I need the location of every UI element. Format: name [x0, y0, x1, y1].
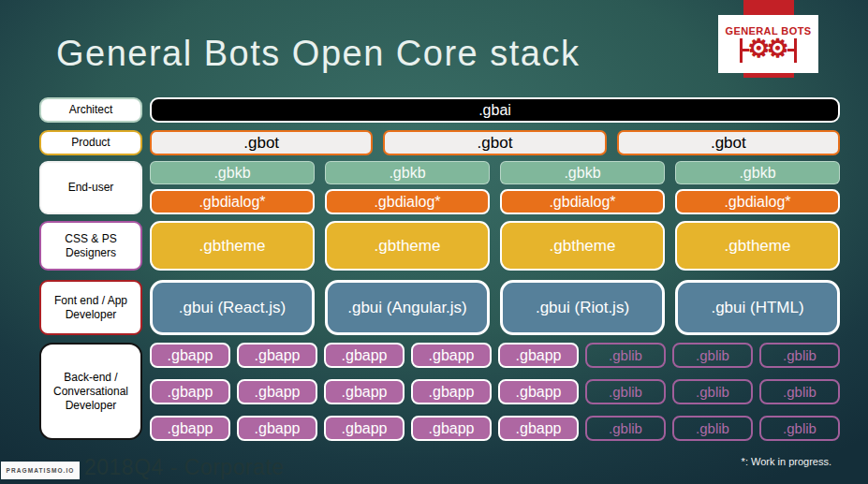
row-label-product: Product: [39, 130, 142, 155]
gbapp-box: .gbapp: [237, 343, 317, 368]
gear-bar-right: [794, 38, 797, 63]
gbdialog-row: .gbdialog* .gbdialog* .gbdialog* .gbdial…: [150, 189, 840, 214]
gbapp-box: .gbapp: [411, 379, 492, 404]
gear-icon: ⚙: [767, 37, 789, 62]
gbot-box: .gbot: [617, 130, 840, 155]
general-bots-logo: GENERAL BOTS ⚙ ⚙: [718, 15, 818, 73]
gbtheme-box: .gbtheme: [325, 221, 490, 271]
row-label-architect: Architect: [39, 97, 142, 123]
backend-row: .gbapp .gbapp .gbapp .gbapp .gbapp .gbli…: [150, 416, 840, 441]
gbapp-box: .gbapp: [411, 343, 492, 368]
row-label-end-user: End-user: [39, 161, 142, 214]
gbkb-row: .gbkb .gbkb .gbkb .gbkb: [150, 161, 840, 184]
gbui-box: .gbui (Riot.js): [500, 280, 665, 335]
gblib-box: .gblib: [759, 343, 840, 368]
row-label-backend: Back-end / Conversational Developer: [39, 343, 142, 440]
gbui-box: .gbui (HTML): [675, 280, 840, 335]
gbapp-box: .gbapp: [150, 343, 230, 368]
gbtheme-box: .gbtheme: [675, 221, 840, 271]
gbot-box: .gbot: [150, 130, 373, 155]
gblib-box: .gblib: [585, 379, 666, 404]
gbapp-box: .gbapp: [498, 343, 579, 368]
gbdialog-box: .gbdialog*: [500, 189, 665, 214]
gblib-box: .gblib: [585, 416, 666, 441]
backend-row: .gbapp .gbapp .gbapp .gbapp .gbapp .gbli…: [150, 379, 840, 404]
gblib-box: .gblib: [672, 379, 753, 404]
gbkb-box: .gbkb: [150, 161, 315, 184]
gbot-row: .gbot .gbot .gbot: [150, 130, 840, 155]
gbdialog-box: .gbdialog*: [325, 189, 490, 214]
page-title: General Bots Open Core stack: [56, 34, 580, 74]
gbapp-box: .gbapp: [411, 416, 492, 441]
gbtheme-box: .gbtheme: [150, 221, 315, 271]
gbapp-box: .gbapp: [324, 343, 405, 368]
gbot-box: .gbot: [383, 130, 606, 155]
gbui-box: .gbui (Angular.js): [325, 280, 490, 335]
gblib-box: .gblib: [672, 416, 753, 441]
gblib-box: .gblib: [759, 416, 840, 441]
gbkb-box: .gbkb: [325, 161, 490, 184]
row-label-frontend: Font end / App Developer: [39, 280, 142, 335]
gbtheme-row: .gbtheme .gbtheme .gbtheme .gbtheme: [150, 221, 840, 271]
pragmatismo-brand-badge: PRAGMATISMO.IO: [1, 462, 80, 479]
work-in-progress-note: *: Work in progress.: [742, 456, 831, 467]
logo-gears: ⚙ ⚙: [740, 37, 796, 63]
gbapp-box: .gbapp: [498, 416, 579, 441]
gbapp-box: .gbapp: [324, 379, 405, 404]
gbui-box: .gbui (React.js): [150, 280, 315, 335]
gbapp-box: .gbapp: [498, 379, 579, 404]
backend-row: .gbapp .gbapp .gbapp .gbapp .gbapp .gbli…: [150, 343, 840, 368]
slide-footer-label: 2018Q4 - Corporate: [84, 455, 285, 480]
gblib-box: .gblib: [585, 343, 666, 368]
gbdialog-box: .gbdialog*: [150, 189, 315, 214]
row-label-designers: CSS & PS Designers: [39, 221, 142, 271]
gbapp-box: .gbapp: [150, 379, 230, 404]
slide: General Bots Open Core stack GENERAL BOT…: [0, 0, 868, 484]
gbkb-box: .gbkb: [500, 161, 665, 184]
gblib-box: .gblib: [759, 379, 840, 404]
gbui-row: .gbui (React.js) .gbui (Angular.js) .gbu…: [150, 280, 840, 335]
gbdialog-box: .gbdialog*: [675, 189, 840, 214]
gbapp-box: .gbapp: [150, 416, 230, 441]
gbkb-box: .gbkb: [675, 161, 840, 184]
gbai-bar: .gbai: [150, 97, 840, 123]
gbapp-box: .gbapp: [237, 379, 317, 404]
gbapp-box: .gbapp: [324, 416, 405, 441]
gbapp-box: .gbapp: [237, 416, 317, 441]
gblib-box: .gblib: [672, 343, 753, 368]
gbtheme-box: .gbtheme: [500, 221, 665, 271]
